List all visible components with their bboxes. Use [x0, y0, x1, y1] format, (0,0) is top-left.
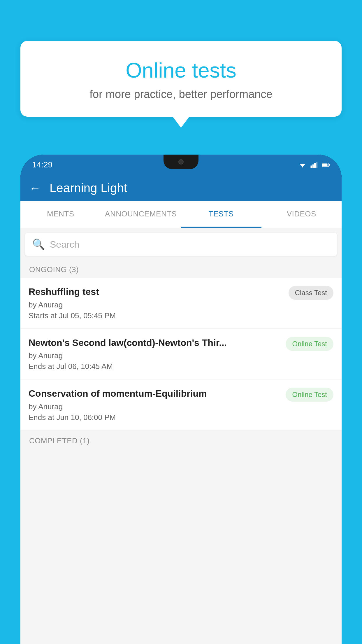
test-time-2: Ends at Jul 06, 10:45 AM	[29, 362, 280, 371]
phone-frame: 14:29 ← Learning Light	[20, 155, 342, 644]
test-time-3: Ends at Jun 10, 06:00 PM	[29, 413, 280, 422]
tabs-bar: MENTS ANNOUNCEMENTS TESTS VIDEOS	[20, 201, 342, 228]
svg-rect-5	[314, 163, 316, 168]
svg-point-2	[302, 166, 303, 168]
speech-bubble: Online tests for more practice, better p…	[20, 41, 342, 117]
tab-videos[interactable]: VIDEOS	[261, 201, 342, 228]
status-time: 14:29	[32, 160, 52, 169]
search-icon: 🔍	[32, 238, 45, 251]
svg-rect-9	[322, 164, 328, 166]
app-title: Learning Light	[50, 181, 127, 195]
test-list: Reshuffling test by Anurag Starts at Jul…	[20, 278, 342, 430]
search-placeholder: Search	[50, 239, 79, 250]
signal-icon	[310, 162, 318, 168]
completed-section-header: COMPLETED (1)	[20, 430, 342, 449]
test-item[interactable]: Conservation of momentum-Equilibrium by …	[20, 379, 342, 430]
test-info-3: Conservation of momentum-Equilibrium by …	[29, 388, 280, 422]
test-name-1: Reshuffling test	[29, 286, 283, 298]
screen-content: 🔍 Search ONGOING (3) Reshuffling test by…	[20, 228, 342, 644]
speech-bubble-container: Online tests for more practice, better p…	[20, 41, 342, 117]
svg-rect-3	[311, 166, 312, 168]
back-button[interactable]: ←	[29, 182, 41, 194]
svg-rect-4	[312, 164, 314, 168]
bubble-title: Online tests	[35, 58, 327, 82]
test-item[interactable]: Reshuffling test by Anurag Starts at Jul…	[20, 278, 342, 329]
tab-ments[interactable]: MENTS	[20, 201, 101, 228]
svg-rect-6	[316, 162, 317, 168]
test-info-1: Reshuffling test by Anurag Starts at Jul…	[29, 286, 283, 320]
test-name-3: Conservation of momentum-Equilibrium	[29, 388, 280, 400]
tab-tests[interactable]: TESTS	[181, 201, 261, 228]
app-bar: ← Learning Light	[20, 175, 342, 201]
ongoing-section-header: ONGOING (3)	[20, 260, 342, 278]
test-time-1: Starts at Jul 05, 05:45 PM	[29, 311, 283, 320]
test-badge-2: Online Test	[286, 337, 333, 351]
test-author-2: by Anurag	[29, 351, 280, 360]
bubble-subtitle: for more practice, better performance	[35, 88, 327, 101]
status-icons	[298, 162, 330, 168]
test-badge-1: Class Test	[289, 286, 333, 300]
status-bar: 14:29	[20, 155, 342, 175]
notch	[164, 155, 198, 169]
camera	[178, 159, 184, 164]
test-author-3: by Anurag	[29, 402, 280, 411]
search-bar[interactable]: 🔍 Search	[25, 233, 337, 256]
test-author-1: by Anurag	[29, 300, 283, 309]
test-name-2: Newton's Second law(contd)-Newton's Thir…	[29, 337, 280, 349]
test-item[interactable]: Newton's Second law(contd)-Newton's Thir…	[20, 329, 342, 380]
battery-icon	[322, 162, 330, 168]
tab-announcements[interactable]: ANNOUNCEMENTS	[101, 201, 181, 228]
test-info-2: Newton's Second law(contd)-Newton's Thir…	[29, 337, 280, 371]
wifi-icon	[298, 162, 307, 168]
svg-rect-8	[329, 164, 330, 166]
test-badge-3: Online Test	[286, 388, 333, 402]
